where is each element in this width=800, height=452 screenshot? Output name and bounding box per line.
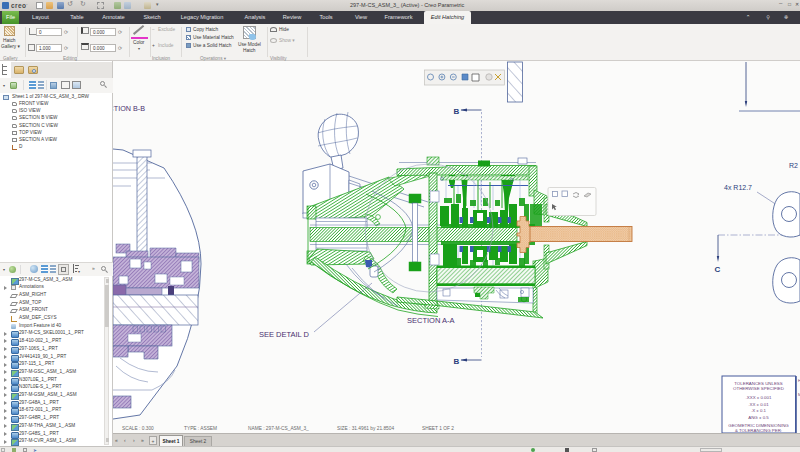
svg-text:R2: R2	[789, 162, 798, 169]
svg-text:4x R12.7: 4x R12.7	[724, 184, 752, 191]
svg-text:TYPE : ASSEM: TYPE : ASSEM	[184, 426, 217, 431]
svg-text:ANG ± 0.5: ANG ± 0.5	[748, 415, 769, 420]
svg-text:SHEET 1 OF 2: SHEET 1 OF 2	[422, 426, 454, 431]
svg-text:GEOMETRIC DIMENSIONING: GEOMETRIC DIMENSIONING	[728, 423, 789, 428]
svg-text:SCALE : 0.300: SCALE : 0.300	[122, 426, 154, 431]
svg-text:.XXX ± 0.001: .XXX ± 0.001	[746, 395, 772, 400]
svg-text:OTHERWISE SPECIFIED: OTHERWISE SPECIFIED	[733, 386, 784, 391]
svg-text:.X ± 0.1: .X ± 0.1	[751, 408, 767, 413]
svg-text:.XX ± 0.01: .XX ± 0.01	[748, 402, 769, 407]
svg-text:B: B	[454, 107, 460, 116]
svg-text:SEE DETAIL D: SEE DETAIL D	[259, 330, 310, 339]
svg-text:B: B	[454, 357, 460, 366]
svg-text:SIZE : 31.4961 by 21.8504: SIZE : 31.4961 by 21.8504	[337, 426, 394, 431]
svg-text:SECTION B-B: SECTION B-B	[113, 104, 145, 113]
svg-text:SECTION A-A: SECTION A-A	[407, 316, 455, 325]
svg-text:NAME : 297-M-CS_ASM_3_: NAME : 297-M-CS_ASM_3_	[248, 426, 309, 431]
svg-text:C: C	[715, 265, 721, 274]
svg-text:TOLERANCES UNLESS: TOLERANCES UNLESS	[734, 381, 783, 386]
